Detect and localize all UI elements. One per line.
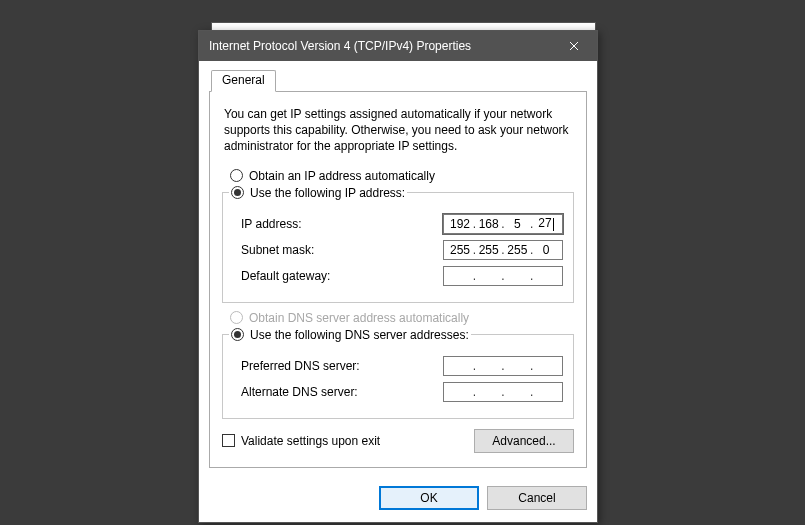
ip-address-input[interactable]: 192. 168. 5. 27	[443, 214, 563, 234]
validate-label: Validate settings upon exit	[241, 434, 380, 448]
intro-text: You can get IP settings assigned automat…	[224, 106, 572, 155]
radio-ip-auto[interactable]: Obtain an IP address automatically	[230, 169, 574, 183]
dns-group: Use the following DNS server addresses: …	[222, 328, 574, 419]
radio-icon	[231, 328, 244, 341]
dialog-footer: OK Cancel	[199, 478, 597, 522]
radio-icon	[231, 186, 244, 199]
radio-icon	[230, 311, 243, 324]
radio-dns-manual-label: Use the following DNS server addresses:	[250, 328, 469, 342]
alternate-dns-input[interactable]: . . .	[443, 382, 563, 402]
preferred-dns-input[interactable]: . . .	[443, 356, 563, 376]
radio-ip-manual-label: Use the following IP address:	[250, 186, 405, 200]
advanced-button[interactable]: Advanced...	[474, 429, 574, 453]
preferred-dns-label: Preferred DNS server:	[241, 359, 360, 373]
ok-button-label: OK	[420, 491, 437, 505]
radio-dns-manual[interactable]: Use the following DNS server addresses:	[229, 328, 471, 342]
titlebar: Internet Protocol Version 4 (TCP/IPv4) P…	[199, 31, 597, 61]
radio-ip-auto-label: Obtain an IP address automatically	[249, 169, 435, 183]
tab-general-label: General	[222, 73, 265, 87]
checkbox-icon	[222, 434, 235, 447]
tab-general[interactable]: General	[211, 70, 276, 92]
close-icon	[569, 41, 579, 51]
alternate-dns-label: Alternate DNS server:	[241, 385, 358, 399]
cancel-button-label: Cancel	[518, 491, 555, 505]
ok-button[interactable]: OK	[379, 486, 479, 510]
ip-address-label: IP address:	[241, 217, 301, 231]
ipv4-properties-dialog: Internet Protocol Version 4 (TCP/IPv4) P…	[198, 30, 598, 523]
subnet-mask-input[interactable]: 255. 255. 255. 0	[443, 240, 563, 260]
default-gateway-label: Default gateway:	[241, 269, 330, 283]
advanced-button-label: Advanced...	[492, 434, 555, 448]
cancel-button[interactable]: Cancel	[487, 486, 587, 510]
validate-checkbox[interactable]: Validate settings upon exit	[222, 434, 380, 448]
radio-icon	[230, 169, 243, 182]
ip-group: Use the following IP address: IP address…	[222, 186, 574, 303]
close-button[interactable]	[559, 31, 589, 61]
tab-pane-general: You can get IP settings assigned automat…	[209, 91, 587, 468]
radio-dns-auto-label: Obtain DNS server address automatically	[249, 311, 469, 325]
subnet-mask-label: Subnet mask:	[241, 243, 314, 257]
radio-dns-auto: Obtain DNS server address automatically	[230, 311, 574, 325]
default-gateway-input[interactable]: . . .	[443, 266, 563, 286]
radio-ip-manual[interactable]: Use the following IP address:	[229, 186, 407, 200]
tabstrip: General	[209, 69, 587, 91]
window-title: Internet Protocol Version 4 (TCP/IPv4) P…	[209, 39, 471, 53]
text-caret	[553, 218, 554, 231]
